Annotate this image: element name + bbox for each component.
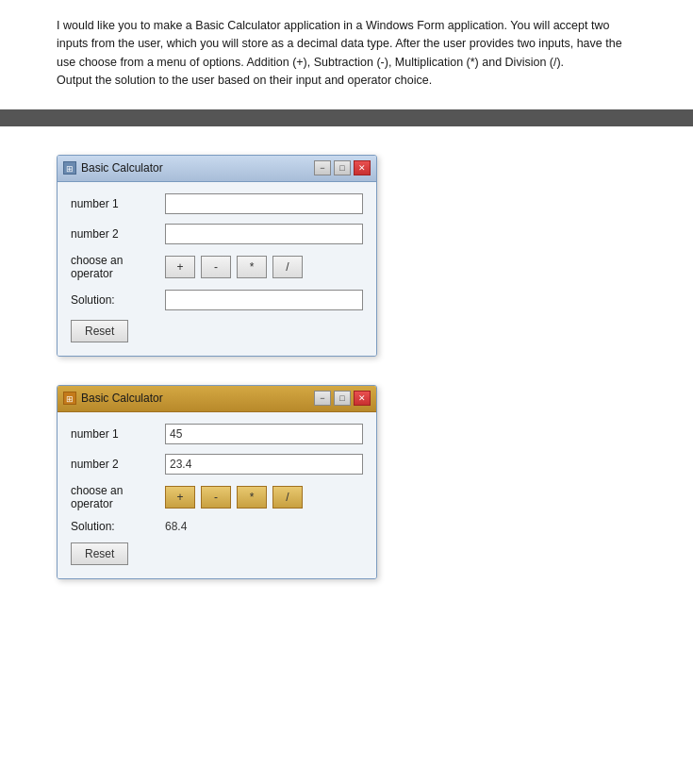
window-body-2: number 1 number 2 choose an operator + -…: [58, 412, 376, 578]
window-controls-1: − □ ✕: [314, 160, 371, 175]
close-button-2[interactable]: ✕: [354, 391, 371, 406]
divider-bar: [0, 109, 693, 126]
main-area: ⊞ Basic Calculator − □ ✕ number 1 number…: [0, 126, 693, 608]
multiply-button-1[interactable]: *: [237, 256, 267, 278]
minimize-button-2[interactable]: −: [314, 391, 331, 406]
number2-input-2[interactable]: [165, 454, 363, 475]
solution-value-2: 68.4: [165, 520, 187, 533]
close-button-1[interactable]: ✕: [354, 160, 371, 175]
window-title-1: Basic Calculator: [81, 161, 163, 175]
title-bar-2: ⊞ Basic Calculator − □ ✕: [58, 386, 376, 412]
operator-row-2: choose an operator + - * /: [71, 484, 363, 510]
description-area: I would like you to make a Basic Calcula…: [0, 0, 693, 109]
solution-row-2: Solution: 68.4: [71, 520, 363, 533]
operator-buttons-2: + - * /: [165, 486, 303, 509]
operator-label-2: choose an operator: [71, 484, 165, 510]
solution-label-2: Solution:: [71, 520, 165, 533]
number1-row-2: number 1: [71, 424, 363, 444]
solution-input-1[interactable]: [165, 290, 363, 310]
minimize-button-1[interactable]: −: [314, 160, 331, 175]
description-text2: Output the solution to the user based on…: [57, 72, 636, 90]
divide-button-1[interactable]: /: [272, 256, 303, 278]
add-button-1[interactable]: +: [165, 256, 195, 278]
divide-button-2[interactable]: /: [272, 486, 303, 509]
window-body-1: number 1 number 2 choose an operator + -…: [58, 182, 376, 356]
maximize-button-1[interactable]: □: [334, 160, 351, 175]
number1-label-2: number 1: [71, 427, 165, 441]
number1-row-1: number 1: [71, 193, 363, 214]
maximize-button-2[interactable]: □: [334, 391, 351, 406]
calculator-window-1: ⊞ Basic Calculator − □ ✕ number 1 number…: [57, 155, 377, 357]
operator-buttons-1: + - * /: [165, 256, 303, 278]
number2-row-2: number 2: [71, 454, 363, 475]
window-title-2: Basic Calculator: [81, 392, 163, 405]
number2-label-2: number 2: [71, 458, 165, 471]
title-bar-left-2: ⊞ Basic Calculator: [63, 392, 163, 405]
number1-label-1: number 1: [71, 197, 165, 210]
operator-row-1: choose an operator + - * /: [71, 254, 363, 280]
window-icon-2: ⊞: [63, 392, 76, 405]
solution-row-1: Solution:: [71, 290, 363, 310]
title-bar-left-1: ⊞ Basic Calculator: [63, 161, 163, 175]
reset-button-2[interactable]: Reset: [71, 542, 128, 565]
description-text: I would like you to make a Basic Calcula…: [57, 17, 636, 72]
number2-label-1: number 2: [71, 227, 165, 241]
calculator-window-2: ⊞ Basic Calculator − □ ✕ number 1 number…: [57, 385, 377, 579]
subtract-button-1[interactable]: -: [201, 256, 231, 278]
solution-label-1: Solution:: [71, 293, 165, 307]
title-bar-1: ⊞ Basic Calculator − □ ✕: [58, 156, 376, 182]
number2-row-1: number 2: [71, 224, 363, 244]
number2-input-1[interactable]: [165, 224, 363, 244]
number1-input-2[interactable]: [165, 424, 363, 444]
subtract-button-2[interactable]: -: [201, 486, 231, 509]
window-controls-2: − □ ✕: [314, 391, 371, 406]
number1-input-1[interactable]: [165, 193, 363, 214]
multiply-button-2[interactable]: *: [237, 486, 267, 509]
operator-label-1: choose an operator: [71, 254, 165, 280]
add-button-2[interactable]: +: [165, 486, 195, 509]
window-icon-1: ⊞: [63, 161, 76, 175]
reset-button-1[interactable]: Reset: [71, 320, 128, 342]
